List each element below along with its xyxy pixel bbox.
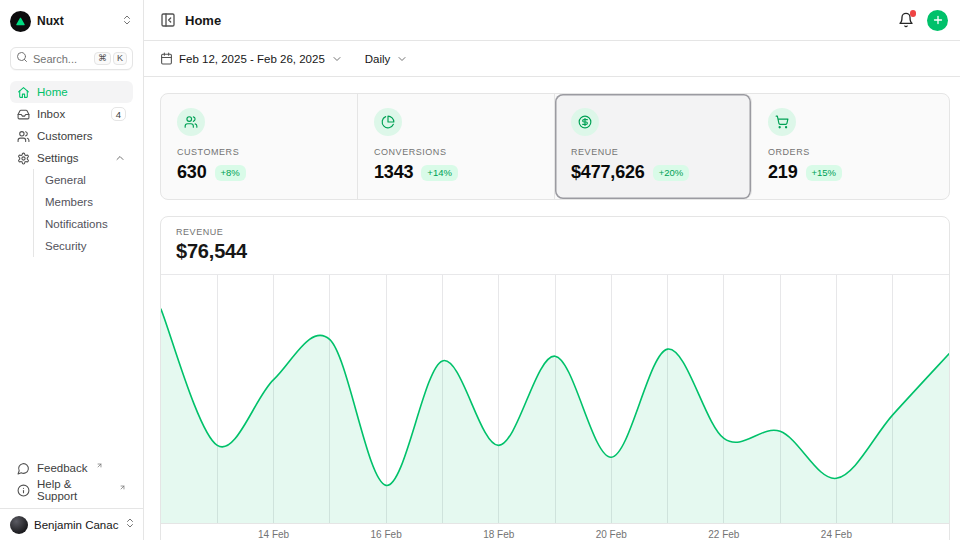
collapse-sidebar-button[interactable] bbox=[160, 12, 176, 28]
sidebar-item-customers[interactable]: Customers bbox=[10, 125, 133, 147]
stat-card-customers[interactable]: CUSTOMERS 630 +8% bbox=[161, 94, 358, 199]
chart-total-value: $76,544 bbox=[176, 240, 934, 263]
page-header: Home bbox=[144, 0, 960, 41]
calendar-icon bbox=[160, 52, 173, 65]
stat-value: 630 bbox=[177, 162, 207, 183]
feedback-link[interactable]: Feedback bbox=[10, 457, 133, 479]
stat-delta-badge: +20% bbox=[653, 165, 690, 181]
search-icon bbox=[16, 51, 28, 66]
stat-card-orders[interactable]: ORDERS 219 +15% bbox=[752, 94, 949, 199]
app-window: Nuxt Search... ⌘ K bbox=[0, 0, 960, 540]
chevron-up-icon bbox=[114, 152, 126, 164]
sidebar-item-label: Customers bbox=[37, 130, 93, 142]
info-circle-icon bbox=[17, 484, 30, 497]
dashboard-content: CUSTOMERS 630 +8% CONVERSIONS 1343 +14% bbox=[144, 77, 960, 540]
user-name: Benjamin Canac bbox=[34, 519, 118, 531]
users-icon bbox=[177, 108, 205, 136]
sidebar-item-label: Home bbox=[37, 86, 68, 98]
stat-label: REVENUE bbox=[571, 147, 735, 157]
filters-toolbar: Feb 12, 2025 - Feb 26, 2025 Daily bbox=[144, 41, 960, 77]
external-link-icon bbox=[119, 484, 126, 491]
stat-delta-badge: +8% bbox=[215, 165, 246, 181]
search-shortcut: ⌘ K bbox=[94, 52, 127, 66]
sidebar-nav: Home Inbox 4 Customers bbox=[10, 81, 133, 257]
kbd-cmd: ⌘ bbox=[94, 52, 111, 66]
chart-label: REVENUE bbox=[176, 227, 934, 237]
x-axis-tick-label: 16 Feb bbox=[371, 529, 403, 540]
gear-icon bbox=[17, 152, 30, 165]
date-range-picker[interactable]: Feb 12, 2025 - Feb 26, 2025 bbox=[160, 52, 343, 65]
kbd-k: K bbox=[113, 52, 127, 66]
x-axis-tick-label: 14 Feb bbox=[258, 529, 290, 540]
notifications-button[interactable] bbox=[898, 12, 914, 28]
chevrons-up-down-icon bbox=[121, 14, 133, 29]
home-icon bbox=[17, 86, 30, 99]
sidebar-spacer bbox=[0, 257, 143, 457]
external-link-icon bbox=[96, 462, 103, 469]
stat-value: 1343 bbox=[374, 162, 413, 183]
team-switcher[interactable]: Nuxt bbox=[0, 0, 143, 33]
header-actions bbox=[898, 10, 948, 31]
sidebar-item-security[interactable]: Security bbox=[34, 235, 133, 257]
help-support-label: Help & Support bbox=[37, 478, 111, 502]
granularity-select[interactable]: Daily bbox=[365, 53, 409, 65]
stat-label: ORDERS bbox=[768, 147, 933, 157]
message-circle-icon bbox=[17, 462, 30, 475]
user-avatar bbox=[10, 516, 28, 534]
nuxt-logo-icon bbox=[10, 11, 31, 32]
stat-label: CONVERSIONS bbox=[374, 147, 538, 157]
sidebar-item-inbox[interactable]: Inbox 4 bbox=[10, 103, 133, 125]
x-axis-tick-label: 24 Feb bbox=[821, 529, 853, 540]
team-name: Nuxt bbox=[37, 14, 64, 28]
notification-dot bbox=[910, 10, 917, 17]
dollar-circle-icon bbox=[571, 108, 599, 136]
granularity-value: Daily bbox=[365, 53, 391, 65]
stat-label: CUSTOMERS bbox=[177, 147, 341, 157]
sidebar: Nuxt Search... ⌘ K bbox=[0, 0, 144, 540]
stat-delta-badge: +15% bbox=[806, 165, 843, 181]
chevron-down-icon bbox=[331, 53, 343, 65]
stat-value: 219 bbox=[768, 162, 798, 183]
revenue-chart-plot: 14 Feb16 Feb18 Feb20 Feb22 Feb24 Feb bbox=[161, 275, 949, 540]
x-axis-tick-label: 22 Feb bbox=[708, 529, 740, 540]
sidebar-item-label: Settings bbox=[37, 152, 79, 164]
search-input[interactable]: Search... ⌘ K bbox=[10, 47, 133, 70]
chevrons-up-down-icon bbox=[124, 517, 136, 532]
sidebar-item-members[interactable]: Members bbox=[34, 191, 133, 213]
page-title: Home bbox=[185, 13, 221, 28]
inbox-count-badge: 4 bbox=[111, 107, 126, 121]
revenue-chart-header: REVENUE $76,544 bbox=[161, 217, 949, 275]
revenue-chart-card: REVENUE $76,544 14 Feb16 Feb18 Feb20 Feb… bbox=[160, 216, 950, 540]
create-button[interactable] bbox=[927, 10, 948, 31]
search-placeholder: Search... bbox=[33, 53, 77, 65]
stat-delta-badge: +14% bbox=[421, 165, 458, 181]
revenue-chart-svg: 14 Feb16 Feb18 Feb20 Feb22 Feb24 Feb bbox=[161, 275, 949, 540]
users-icon bbox=[17, 130, 30, 143]
settings-subnav: General Members Notifications Security bbox=[33, 169, 133, 257]
sidebar-item-notifications[interactable]: Notifications bbox=[34, 213, 133, 235]
feedback-label: Feedback bbox=[37, 462, 88, 474]
x-axis-tick-label: 20 Feb bbox=[596, 529, 628, 540]
sidebar-item-settings[interactable]: Settings bbox=[10, 147, 133, 169]
inbox-icon bbox=[17, 108, 30, 121]
chevron-down-icon bbox=[396, 53, 408, 65]
main-area: Home Feb 12, 2025 - Feb 26, 2025 bbox=[144, 0, 960, 540]
stat-card-conversions[interactable]: CONVERSIONS 1343 +14% bbox=[358, 94, 555, 199]
date-range-value: Feb 12, 2025 - Feb 26, 2025 bbox=[179, 53, 325, 65]
sidebar-item-home[interactable]: Home bbox=[10, 81, 133, 103]
stats-row: CUSTOMERS 630 +8% CONVERSIONS 1343 +14% bbox=[160, 93, 950, 200]
sidebar-item-label: Inbox bbox=[37, 108, 65, 120]
sidebar-item-general[interactable]: General bbox=[34, 169, 133, 191]
stat-value: $477,626 bbox=[571, 162, 645, 183]
shopping-cart-icon bbox=[768, 108, 796, 136]
x-axis-tick-label: 18 Feb bbox=[483, 529, 515, 540]
stat-card-revenue[interactable]: REVENUE $477,626 +20% bbox=[555, 94, 752, 199]
user-menu[interactable]: Benjamin Canac bbox=[0, 508, 143, 540]
help-support-link[interactable]: Help & Support bbox=[10, 479, 133, 501]
plus-icon bbox=[932, 14, 944, 26]
pie-chart-icon bbox=[374, 108, 402, 136]
